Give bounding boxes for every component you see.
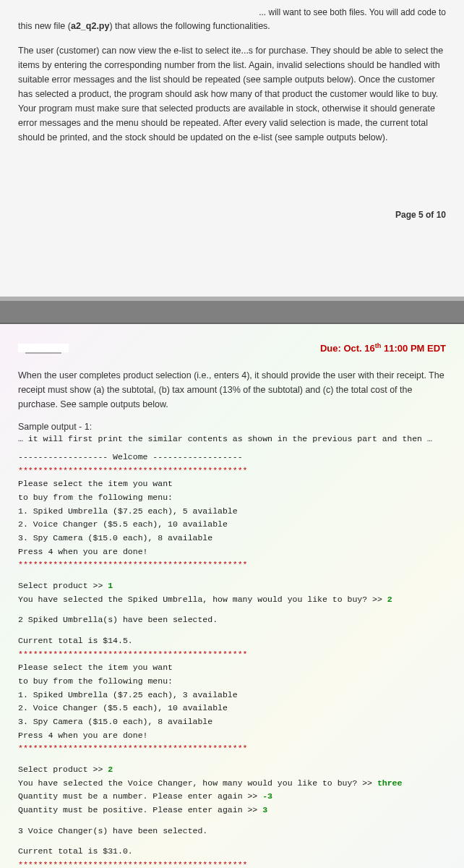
menu1-item-2: 2. Voice Changer ($5.5 each), 10 availab… bbox=[18, 519, 446, 531]
user-input: 2 bbox=[108, 765, 113, 774]
menu-intro-2: to buy from the following menu: bbox=[18, 492, 446, 504]
error-1: Quantity must be a number. Please enter … bbox=[18, 791, 446, 803]
sample-output-label: Sample output - 1: bbox=[18, 422, 446, 432]
assignment-intro: this new file (a2_q2.py) that allows the… bbox=[18, 20, 446, 33]
menu1-item-3: 3. Spy Camera ($15.0 each), 8 available bbox=[18, 532, 446, 545]
sample-note: … it will first print the similar conten… bbox=[18, 433, 446, 446]
menu2-item-1: 1. Spiked Umbrella ($7.25 each), 3 avail… bbox=[18, 689, 446, 702]
menu1-item-1: 1. Spiked Umbrella ($7.25 each), 5 avail… bbox=[18, 506, 446, 518]
welcome-line: ------------------ Welcome -------------… bbox=[18, 451, 446, 464]
separator: ****************************************… bbox=[18, 743, 446, 755]
separator: ****************************************… bbox=[18, 859, 446, 868]
receipt-instructions: When the user completes product selectio… bbox=[18, 368, 446, 412]
menu-intro-1: Please select the item you want bbox=[18, 662, 446, 674]
page-divider bbox=[0, 297, 464, 324]
confirm-2: 3 Voice Changer(s) have been selected. bbox=[18, 825, 446, 838]
user-input: -3 bbox=[262, 791, 272, 801]
menu2-done: Press 4 when you are done! bbox=[18, 730, 446, 742]
header-row: Due: Oct. 16th 11:00 PM EDT bbox=[18, 342, 446, 354]
menu2-item-2: 2. Voice Changer ($5.5 each), 10 availab… bbox=[18, 702, 446, 715]
menu2-item-3: 3. Spy Camera ($15.0 each), 8 available bbox=[18, 716, 446, 728]
select-2-response: You have selected the Voice Changer, how… bbox=[18, 778, 446, 790]
menu-intro-1: Please select the item you want bbox=[18, 478, 446, 490]
confirm-1: 2 Spiked Umbrella(s) have been selected. bbox=[18, 614, 446, 626]
total-1: Current total is $14.5. bbox=[18, 635, 446, 647]
separator: ****************************************… bbox=[18, 649, 446, 661]
body-paragraph: The user (customer) can now view the e-l… bbox=[18, 43, 446, 145]
error-2: Quantity must be positive. Please enter … bbox=[18, 804, 446, 817]
redacted-block bbox=[18, 344, 69, 352]
filename: a2_q2.py bbox=[71, 21, 110, 31]
user-input: three bbox=[377, 778, 403, 788]
user-input: 1 bbox=[108, 581, 113, 590]
select-2-line: Select product >> 2 bbox=[18, 764, 446, 776]
user-input: 2 bbox=[387, 595, 392, 604]
intro-fragment: ... will want to see both files. You wil… bbox=[18, 7, 446, 17]
menu-intro-2: to buy from the following menu: bbox=[18, 676, 446, 688]
separator: ****************************************… bbox=[18, 465, 446, 477]
menu1-done: Press 4 when you are done! bbox=[18, 546, 446, 558]
page-number: Page 5 of 10 bbox=[18, 210, 446, 220]
select-1-response: You have selected the Spiked Umbrella, h… bbox=[18, 594, 446, 606]
page-5: ... will want to see both files. You wil… bbox=[0, 0, 464, 297]
select-1-line: Select product >> 1 bbox=[18, 580, 446, 592]
total-2: Current total is $31.0. bbox=[18, 846, 446, 858]
user-input: 3 bbox=[262, 805, 267, 814]
due-date: Due: Oct. 16th 11:00 PM EDT bbox=[320, 342, 446, 354]
page-6: Due: Oct. 16th 11:00 PM EDT When the use… bbox=[0, 324, 464, 868]
separator: ****************************************… bbox=[18, 559, 446, 571]
